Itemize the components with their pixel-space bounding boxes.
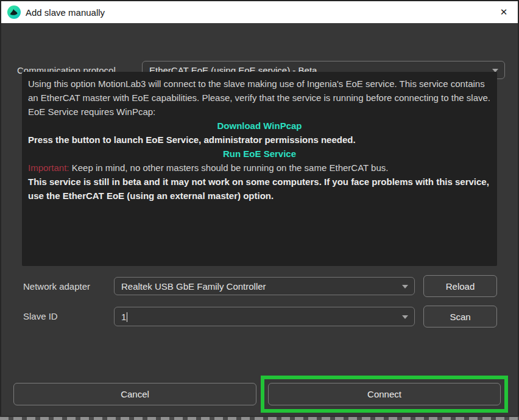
reload-button[interactable]: Reload	[423, 275, 497, 297]
background-app-edge-bottom	[0, 416, 519, 420]
download-winpcap-link[interactable]: Download WinPcap	[217, 121, 302, 131]
dialog-title: Add slave manually	[26, 7, 105, 18]
scan-button[interactable]: Scan	[423, 306, 497, 327]
important-text: Keep in mind, no other masters should be…	[69, 163, 389, 173]
slave-id-label: Slave ID	[23, 307, 58, 325]
close-icon[interactable]: ✕	[490, 1, 518, 23]
chevron-down-icon	[402, 285, 408, 289]
chevron-down-icon	[402, 315, 408, 319]
network-adapter-value: Realtek USB GbE Family Controller	[121, 281, 266, 292]
dialog-body: Communication protocol EtherCAT EoE (usi…	[1, 23, 518, 416]
screen: Add slave manually ✕ Communication proto…	[0, 0, 519, 420]
network-adapter-select[interactable]: Realtek USB GbE Family Controller	[114, 277, 415, 295]
slave-id-value: 1	[121, 312, 127, 322]
dialog-titlebar: Add slave manually ✕	[1, 1, 518, 23]
info-intro-text: Using this option MotionLab3 will connec…	[28, 77, 491, 119]
eoe-info-panel: Using this option MotionLab3 will connec…	[22, 72, 497, 266]
text-cursor	[127, 312, 127, 322]
connect-button[interactable]: Connect	[268, 383, 501, 405]
network-adapter-label: Network adapter	[23, 277, 90, 295]
important-label: Important:	[28, 163, 69, 173]
slave-id-combobox[interactable]: 1	[114, 307, 415, 326]
important-note: Important: Keep in mind, no other master…	[28, 161, 491, 175]
cancel-button[interactable]: Cancel	[13, 383, 256, 405]
run-eoe-service-link[interactable]: Run EoE Service	[223, 149, 296, 159]
press-button-text: Press the button to launch EoE Service, …	[28, 133, 491, 147]
beta-warning-text: This service is still in beta and it may…	[28, 175, 491, 203]
connect-highlight-box: Connect	[261, 376, 508, 413]
motionlab-logo-icon	[7, 5, 21, 19]
